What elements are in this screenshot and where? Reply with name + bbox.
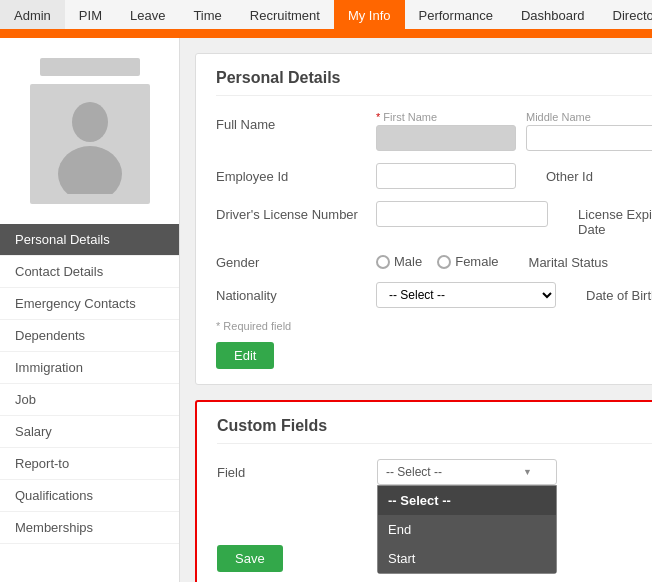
- first-name-group: First Name: [376, 111, 516, 151]
- male-label: Male: [394, 254, 422, 269]
- custom-select-value: -- Select --: [386, 465, 442, 479]
- save-button[interactable]: Save: [217, 545, 283, 572]
- avatar: [30, 84, 150, 204]
- sidebar-item-personal-details[interactable]: Personal Details: [0, 224, 179, 256]
- female-radio[interactable]: [437, 255, 451, 269]
- male-option[interactable]: Male: [376, 254, 422, 269]
- nationality-row: Nationality -- Select -- Date of Birth: [216, 282, 652, 308]
- drivers-license-fields: License Expiry Date: [376, 201, 652, 237]
- required-note: * Required field: [216, 320, 652, 332]
- nav-performance[interactable]: Performance: [405, 0, 507, 29]
- custom-fields-title: Custom Fields: [217, 417, 652, 444]
- employee-id-row: Employee Id 0001 Other Id: [216, 163, 652, 189]
- main-layout: Personal Details Contact Details Emergen…: [0, 38, 652, 582]
- top-nav: Admin PIM Leave Time Recruitment My Info…: [0, 0, 652, 32]
- marital-status-label: Marital Status: [529, 249, 608, 270]
- nav-myinfo[interactable]: My Info: [334, 0, 405, 29]
- sidebar-item-report-to[interactable]: Report-to: [0, 448, 179, 480]
- employee-id-input[interactable]: 0001: [376, 163, 516, 189]
- edit-button[interactable]: Edit: [216, 342, 274, 369]
- sidebar-item-memberships[interactable]: Memberships: [0, 512, 179, 544]
- svg-point-0: [72, 102, 108, 142]
- sidebar-item-immigration[interactable]: Immigration: [0, 352, 179, 384]
- first-name-input[interactable]: [376, 125, 516, 151]
- nationality-fields: -- Select -- Date of Birth: [376, 282, 652, 308]
- employee-id-fields: 0001 Other Id: [376, 163, 652, 189]
- male-radio[interactable]: [376, 255, 390, 269]
- drivers-license-label: Driver's License Number: [216, 201, 366, 222]
- gender-options: Male Female: [376, 249, 499, 270]
- dropdown-item-start[interactable]: Start: [378, 544, 556, 573]
- first-name-label: First Name: [376, 111, 516, 123]
- drivers-license-row: Driver's License Number License Expiry D…: [216, 201, 652, 237]
- avatar-area: [0, 48, 179, 224]
- employee-id-label: Employee Id: [216, 163, 366, 184]
- custom-field-row: Field -- Select -- -- Select -- End Star…: [217, 459, 652, 485]
- gender-row: Gender Male Female Marital Status: [216, 249, 652, 270]
- full-name-row: Full Name First Name Middle Name: [216, 111, 652, 151]
- avatar-name-bar: [40, 58, 140, 76]
- nav-recruitment[interactable]: Recruitment: [236, 0, 334, 29]
- nav-pim[interactable]: PIM: [65, 0, 116, 29]
- other-id-label: Other Id: [546, 163, 593, 189]
- sidebar-item-dependents[interactable]: Dependents: [0, 320, 179, 352]
- full-name-fields: First Name Middle Name: [376, 111, 652, 151]
- gender-label: Gender: [216, 249, 366, 270]
- content-area: Personal Details Full Name First Name Mi…: [180, 38, 652, 582]
- nationality-select[interactable]: -- Select --: [376, 282, 556, 308]
- personal-details-card: Personal Details Full Name First Name Mi…: [195, 53, 652, 385]
- nav-directory[interactable]: Directory: [599, 0, 652, 29]
- nav-time[interactable]: Time: [179, 0, 235, 29]
- sidebar-item-salary[interactable]: Salary: [0, 416, 179, 448]
- custom-select-display[interactable]: -- Select --: [377, 459, 557, 485]
- middle-name-input[interactable]: [526, 125, 652, 151]
- custom-select-wrapper: -- Select -- -- Select -- End Start: [377, 459, 557, 485]
- female-label: Female: [455, 254, 498, 269]
- dropdown-item-end[interactable]: End: [378, 515, 556, 544]
- female-option[interactable]: Female: [437, 254, 498, 269]
- nav-admin[interactable]: Admin: [0, 0, 65, 29]
- license-expiry-label: License Expiry Date: [578, 201, 652, 237]
- gender-fields: Male Female Marital Status: [376, 249, 652, 270]
- avatar-silhouette-icon: [50, 94, 130, 194]
- full-name-label: Full Name: [216, 111, 366, 132]
- nationality-label: Nationality: [216, 282, 366, 303]
- middle-name-group: Middle Name: [526, 111, 652, 151]
- personal-details-title: Personal Details: [216, 69, 652, 96]
- nav-leave[interactable]: Leave: [116, 0, 179, 29]
- dropdown-item-select[interactable]: -- Select --: [378, 486, 556, 515]
- sidebar-item-contact-details[interactable]: Contact Details: [0, 256, 179, 288]
- sidebar: Personal Details Contact Details Emergen…: [0, 38, 180, 582]
- custom-fields-card: Custom Fields Field -- Select -- -- Sele…: [195, 400, 652, 582]
- drivers-license-input[interactable]: [376, 201, 548, 227]
- svg-point-1: [58, 146, 122, 194]
- date-of-birth-label: Date of Birth: [586, 282, 652, 308]
- custom-select-dropdown: -- Select -- End Start: [377, 485, 557, 574]
- sidebar-item-job[interactable]: Job: [0, 384, 179, 416]
- nav-dashboard[interactable]: Dashboard: [507, 0, 599, 29]
- custom-field-label: Field: [217, 459, 367, 480]
- middle-name-label: Middle Name: [526, 111, 652, 123]
- sidebar-menu: Personal Details Contact Details Emergen…: [0, 224, 179, 544]
- sidebar-item-qualifications[interactable]: Qualifications: [0, 480, 179, 512]
- sidebar-item-emergency-contacts[interactable]: Emergency Contacts: [0, 288, 179, 320]
